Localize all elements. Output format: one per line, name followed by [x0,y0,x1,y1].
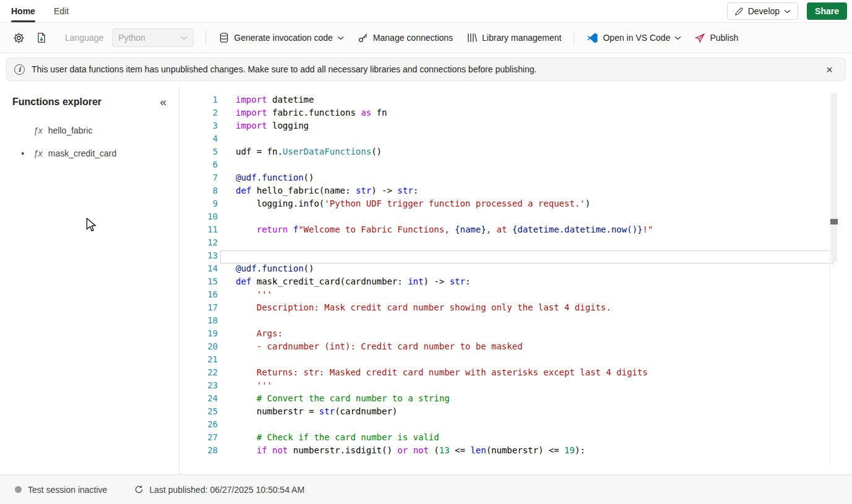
line-number: 28 [179,445,218,458]
code-line[interactable]: 26 [179,419,852,432]
line-content[interactable] [220,160,833,173]
line-number: 4 [179,134,218,147]
code-line[interactable]: 8def hello_fabric(name: str) -> str: [179,186,852,199]
function-list-item[interactable]: ●ƒxmask_credit_card [0,142,179,164]
line-content[interactable] [220,134,833,147]
publish-icon [695,33,705,43]
code-line[interactable]: 11 return f"Welcome to Fabric Functions,… [179,224,852,237]
line-number: 19 [179,328,218,341]
language-select[interactable]: Python [112,28,194,47]
publish-button[interactable]: Publish [689,29,744,47]
collapse-panel-button[interactable]: « [160,95,166,109]
line-number: 22 [179,367,218,380]
code-line[interactable]: 27 # Check if the card number is valid [179,432,852,445]
code-line[interactable]: 13 [179,250,852,263]
code-line[interactable]: 25 numberstr = str(cardnumber) [179,406,852,419]
gear-icon [13,32,25,44]
code-line[interactable]: 19 Args: [179,328,852,341]
code-line[interactable]: 6 [179,160,852,173]
line-number: 27 [179,432,218,445]
database-code-icon [218,32,230,43]
language-label: Language [65,33,103,43]
code-line[interactable]: 20 - cardnumber (int): Credit card numbe… [179,341,852,354]
code-line[interactable]: 15def mask_credit_card(cardnumber: int) … [179,276,852,289]
line-content[interactable]: def hello_fabric(name: str) -> str: [220,186,833,199]
code-editor[interactable]: 1import datetime2import fabric.functions… [179,87,852,474]
code-line[interactable]: 18 [179,315,852,328]
line-content[interactable]: ''' [220,380,833,393]
line-content[interactable] [220,419,833,432]
generate-invocation-code-button[interactable]: Generate invocation code [213,28,350,47]
line-content[interactable]: - cardnumber (int): Credit card number t… [220,341,833,354]
line-content[interactable] [220,354,833,367]
code-line[interactable]: 28 if not numberstr.isdigit() or not (13… [179,445,852,458]
line-content[interactable] [220,250,833,263]
tab-home[interactable]: Home [11,0,35,22]
line-content[interactable]: import datetime [220,95,833,108]
code-line[interactable]: 3import logging [179,121,852,134]
line-content[interactable]: Description: Mask credit card number sho… [220,302,833,315]
settings-button[interactable] [9,28,29,48]
line-number: 26 [179,419,218,432]
editor-scrollbar[interactable] [830,93,837,466]
line-number: 2 [179,108,218,121]
develop-button[interactable]: Develop [727,2,798,20]
code-line[interactable]: 23 ''' [179,380,852,393]
code-line[interactable]: 24 # Convert the card number to a string [179,393,852,406]
save-button[interactable] [32,28,51,47]
library-management-button[interactable]: Library management [461,28,567,47]
code-line[interactable]: 14@udf.function() [179,263,852,276]
line-content[interactable]: logging.info('Python UDF trigger functio… [220,199,833,211]
line-content[interactable]: if not numberstr.isdigit() or not (13 <=… [220,445,833,458]
line-content[interactable]: numberstr = str(cardnumber) [220,406,833,419]
save-icon [36,32,47,43]
line-content[interactable]: udf = fn.UserDataFunctions() [220,147,833,160]
line-content[interactable]: import fabric.functions as fn [220,108,833,121]
refresh-button[interactable] [134,485,144,494]
open-in-vscode-button[interactable]: Open in VS Code [581,28,687,48]
code-line[interactable]: 9 logging.info('Python UDF trigger funct… [179,199,852,211]
code-line[interactable]: 10 [179,211,852,224]
scrollbar-thumb[interactable] [831,93,837,262]
manage-connections-button[interactable]: Manage connections [352,28,458,47]
line-content[interactable]: Returns: str: Masked credit card number … [220,367,833,380]
info-icon: i [14,64,25,75]
generate-invocation-code-label: Generate invocation code [234,33,333,43]
code-line[interactable]: 17 Description: Mask credit card number … [179,302,852,315]
banner-close-button[interactable]: × [821,62,838,77]
line-content[interactable]: import logging [220,121,833,134]
code-line[interactable]: 21 [179,354,852,367]
line-content[interactable] [220,237,833,250]
vscode-icon [587,32,598,44]
line-content[interactable]: @udf.function() [220,173,833,186]
line-content[interactable]: def mask_credit_card(cardnumber: int) ->… [220,276,833,289]
line-number: 23 [179,380,218,393]
code-line[interactable]: 22 Returns: str: Masked credit card numb… [179,367,852,380]
line-content[interactable]: ''' [220,289,833,302]
line-content[interactable]: # Convert the card number to a string [220,393,833,406]
toolbar-separator [574,30,574,45]
line-content[interactable]: # Check if the card number is valid [220,432,833,445]
tab-home-label: Home [11,6,35,16]
code-line[interactable]: 12 [179,237,852,250]
code-line[interactable]: 1import datetime [179,95,852,108]
line-content[interactable] [220,315,833,328]
line-content[interactable]: Args: [220,328,833,341]
tab-edit[interactable]: Edit [54,0,69,22]
pencil-icon [734,7,744,16]
ribbon-tabs: Home Edit [11,0,69,22]
function-list-item[interactable]: ●ƒxhello_fabric [0,119,179,142]
line-content[interactable] [220,211,833,224]
code-line[interactable]: 4 [179,134,852,147]
library-books-icon [467,32,478,43]
code-line[interactable]: 16 ''' [179,289,852,302]
line-number: 5 [179,147,218,160]
line-content[interactable]: @udf.function() [220,263,833,276]
share-button[interactable]: Share [807,2,847,20]
code-line[interactable]: 2import fabric.functions as fn [179,108,852,121]
line-number: 21 [179,354,218,367]
code-line[interactable]: 5udf = fn.UserDataFunctions() [179,147,852,160]
code-line[interactable]: 7@udf.function() [179,173,852,186]
library-management-label: Library management [482,33,561,43]
line-content[interactable]: return f"Welcome to Fabric Functions, {n… [220,224,833,237]
